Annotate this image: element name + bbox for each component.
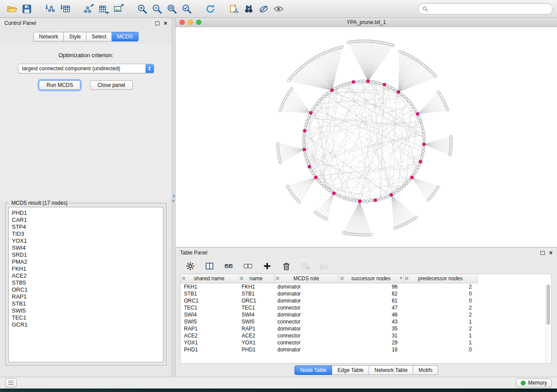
table-row[interactable]: SWI4SWI4dominator462 — [180, 311, 477, 318]
optimization-criterion-value: largest connected component (undirected) — [22, 65, 121, 72]
tab-select[interactable]: Select — [86, 32, 112, 41]
mcds-list-item[interactable]: YOX1 — [12, 237, 160, 244]
mcds-list-item[interactable]: SWI4 — [12, 244, 160, 251]
optimization-criterion-select[interactable]: largest connected component (undirected) — [18, 64, 154, 73]
column-header-mcds-role[interactable]: ▦MCDS role — [274, 274, 339, 283]
table-row[interactable]: STB1STB1dominator620 — [180, 290, 477, 297]
float-panel-icon[interactable] — [155, 21, 159, 25]
mcds-list-item[interactable]: STP4 — [12, 224, 160, 230]
network-window-titlebar[interactable]: YPA_prune.txt_1 — [176, 18, 557, 27]
collapse-left-icon[interactable] — [173, 194, 175, 198]
column-layout-icon[interactable] — [202, 259, 217, 272]
mcds-list-item[interactable]: STB1 — [12, 300, 160, 307]
column-header-predecessor-nodes[interactable]: ▦predecessor nodes — [403, 274, 477, 283]
mcds-options-pane: Optimization criterion: largest connecte… — [0, 44, 172, 200]
export-table-icon[interactable] — [96, 2, 111, 15]
vertical-splitter[interactable] — [172, 18, 176, 377]
mcds-list-item[interactable]: STB5 — [12, 279, 160, 286]
table-row[interactable]: PHD1PHD1dominator180 — [180, 346, 477, 353]
select-all-columns-icon[interactable] — [221, 259, 236, 272]
add-column-icon[interactable] — [259, 259, 274, 272]
dropdown-stepper-icon[interactable] — [145, 64, 154, 73]
column-header-name[interactable]: ▦name — [238, 274, 274, 283]
table-row[interactable]: ACE2ACE2connector311 — [180, 332, 477, 339]
tab-mcds[interactable]: MCDS — [112, 32, 138, 41]
mcds-list-item[interactable]: PMA2 — [12, 258, 160, 265]
mcds-list-item[interactable]: GCR1 — [12, 321, 160, 328]
table-panel-header: Table Panel × — [176, 248, 557, 258]
table-panel: Table Panel × f(x) ▦sh — [176, 248, 557, 377]
column-header-shared-name[interactable]: ▦shared name — [180, 274, 238, 283]
close-panel-icon[interactable]: × — [164, 21, 167, 26]
mcds-list-item[interactable]: SRD1 — [12, 251, 160, 258]
control-panel-title: Control Panel — [4, 20, 155, 26]
settings-gear-icon[interactable] — [183, 259, 197, 272]
control-panel-tabs: NetworkStyleSelectMCDS — [0, 32, 172, 41]
network-canvas[interactable] — [176, 27, 557, 247]
float-table-panel-icon[interactable] — [540, 251, 545, 255]
tab-network[interactable]: Network — [33, 32, 64, 41]
clone-network-icon[interactable] — [226, 2, 241, 15]
zoom-fit-icon[interactable] — [164, 2, 179, 15]
task-history-button[interactable] — [5, 378, 17, 387]
close-panel-button[interactable]: Close panel — [90, 80, 132, 90]
open-file-icon[interactable] — [4, 2, 19, 15]
app-window: Control Panel × NetworkStyleSelectMCDS O… — [0, 0, 557, 389]
main-area: Control Panel × NetworkStyleSelectMCDS O… — [0, 18, 557, 377]
export-image-icon[interactable] — [111, 2, 126, 15]
unselect-all-columns-icon[interactable] — [240, 259, 255, 272]
mcds-list-item[interactable]: CAR1 — [12, 217, 160, 224]
zoom-selected-icon[interactable] — [179, 2, 194, 15]
search-input[interactable] — [431, 5, 548, 12]
expand-right-icon[interactable] — [173, 199, 175, 203]
mcds-list-item[interactable]: ORC1 — [12, 286, 160, 293]
splitter-collapse-icons[interactable] — [172, 194, 175, 203]
mcds-list-item[interactable]: RAP1 — [12, 293, 160, 300]
tab-network-table[interactable]: Network Table — [369, 365, 413, 375]
mcds-list-item[interactable]: TID3 — [12, 230, 160, 237]
zoom-window-button-icon[interactable] — [196, 20, 201, 25]
table-column-icon: ▦ — [405, 276, 409, 280]
show-graphics-details-icon[interactable] — [271, 2, 286, 15]
close-window-button-icon[interactable] — [180, 20, 185, 25]
column-menu-icon[interactable]: ▾ — [400, 275, 402, 280]
table-row[interactable]: YOX1YOX1connector291 — [180, 339, 477, 346]
column-header-successor-nodes[interactable]: ▦successor nodes▾ — [339, 274, 403, 283]
save-session-icon[interactable] — [19, 2, 34, 15]
table-tabs: Node TableEdge TableNetwork TableMotifs — [176, 364, 557, 377]
zoom-in-icon[interactable] — [135, 2, 149, 15]
memory-button[interactable]: Memory — [516, 378, 552, 387]
annotation-mode-icon[interactable] — [256, 2, 271, 15]
zoom-out-icon[interactable] — [149, 2, 164, 15]
mcds-list-item[interactable]: FKH1 — [12, 265, 160, 272]
mcds-list-item[interactable]: TEC1 — [12, 314, 160, 321]
table-row[interactable]: ORC1ORC1dominator610 — [180, 297, 477, 304]
import-network-icon[interactable] — [43, 2, 58, 15]
network-window-title: YPA_prune.txt_1 — [347, 19, 386, 25]
table-row[interactable]: SWI5SWI5connector431 — [180, 318, 477, 325]
table-scrollbar[interactable] — [545, 283, 551, 363]
tab-style[interactable]: Style — [64, 32, 86, 41]
import-table-icon[interactable] — [58, 2, 73, 15]
search-box[interactable] — [418, 3, 553, 14]
search-neighbors-icon[interactable] — [241, 2, 256, 15]
delete-column-icon[interactable] — [279, 259, 294, 272]
table-row[interactable]: RAP1RAP1dominator352 — [180, 325, 477, 332]
table-row[interactable]: TEC1TEC1connector472 — [180, 304, 477, 311]
scrollbar-thumb[interactable] — [547, 285, 550, 325]
table-row[interactable]: FKH1FKH1dominator962 — [180, 283, 477, 291]
table-column-icon: ▦ — [276, 276, 280, 280]
minimize-window-button-icon[interactable] — [188, 20, 193, 25]
mcds-list-item[interactable]: SWI5 — [12, 307, 160, 314]
tab-node-table[interactable]: Node Table — [294, 365, 332, 375]
window-controls — [180, 20, 201, 25]
close-table-panel-icon[interactable]: × — [549, 250, 553, 255]
tab-motifs[interactable]: Motifs — [413, 365, 438, 375]
refresh-network-icon[interactable] — [203, 2, 218, 15]
tab-edge-table[interactable]: Edge Table — [332, 365, 369, 375]
mcds-node-list[interactable]: PHD1CAR1STP4TID3YOX1SWI4SRD1PMA2FKH1ACE2… — [8, 207, 163, 362]
mcds-list-item[interactable]: PHD1 — [12, 210, 160, 217]
mcds-list-item[interactable]: ACE2 — [12, 272, 160, 279]
export-network-icon[interactable] — [81, 2, 96, 15]
run-mcds-button[interactable]: Run MCDS — [39, 80, 80, 90]
